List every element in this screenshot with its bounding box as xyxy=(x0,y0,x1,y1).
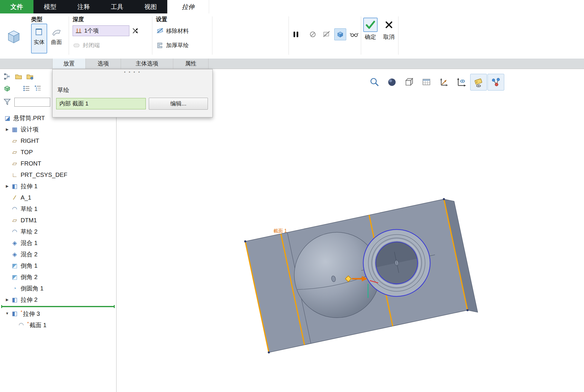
menu-tab-extrude-active[interactable]: 拉伸 xyxy=(167,0,209,13)
capped-ends-label: 封闭端 xyxy=(83,42,100,49)
solid-button[interactable]: 实体 xyxy=(31,24,47,53)
funnel-icon[interactable] xyxy=(3,98,11,106)
section-tag-label[interactable]: 截面 1 xyxy=(273,228,287,234)
folder-browser-button[interactable] xyxy=(14,72,23,81)
display-style-button[interactable] xyxy=(401,74,418,91)
tree-item-chamfer-1[interactable]: 倒角 1 xyxy=(0,260,116,271)
cancel-x-icon xyxy=(384,20,394,30)
graphics-area[interactable]: 截面 1 xyxy=(117,69,584,392)
tree-item-design-items[interactable]: 设计项 xyxy=(0,124,116,135)
menu-tab-file[interactable]: 文件 xyxy=(0,0,33,13)
saved-orientations-button[interactable] xyxy=(436,74,452,91)
depth-value-combo[interactable]: 1个项 xyxy=(73,25,129,36)
verify-button[interactable] xyxy=(348,28,360,40)
datum-display-icon xyxy=(456,77,467,88)
remove-material-button[interactable]: 移除材料 xyxy=(156,25,209,37)
ok-check-icon xyxy=(365,19,376,30)
tree-item-front-plane[interactable]: FRONT xyxy=(0,158,116,169)
cantilever-tube-model[interactable] xyxy=(244,196,478,357)
flip-direction-button[interactable] xyxy=(131,26,140,36)
tree-item-round-1[interactable]: 倒圆角 1 xyxy=(0,283,116,294)
menu-tab-annotate[interactable]: 注释 xyxy=(67,0,100,13)
zoom-fit-icon xyxy=(369,77,380,88)
edit-sketch-label: 编辑... xyxy=(170,100,186,108)
csys-icon xyxy=(11,171,19,179)
tree-item-axis-a1[interactable]: A_1 xyxy=(0,192,116,203)
chamfer-icon xyxy=(11,273,19,281)
round-icon xyxy=(11,284,19,292)
sketch-collector-value: 内部 截面 1 xyxy=(59,100,88,108)
graph-display-icon xyxy=(491,77,501,88)
tree-item-extrude-3-pending[interactable]: 拉伸 3 xyxy=(0,308,116,319)
model-tree-button[interactable] xyxy=(2,72,12,81)
subtab-properties[interactable]: 属性 xyxy=(173,59,209,69)
render-style-button[interactable] xyxy=(384,74,400,91)
folder-browser-icon xyxy=(15,73,22,80)
show-items-button[interactable] xyxy=(2,84,12,93)
tree-item-blend-1[interactable]: 混合 1 xyxy=(0,237,116,249)
insert-here-indicator[interactable] xyxy=(1,306,115,307)
tree-item-section-1-pending[interactable]: 截面 1 xyxy=(0,319,116,330)
tree-item-blend-2[interactable]: 混合 2 xyxy=(0,249,116,260)
list-expand-button[interactable] xyxy=(33,84,42,93)
expander-icon[interactable] xyxy=(4,184,11,188)
panel-grip-icon[interactable] xyxy=(53,71,212,74)
tree-item-csys[interactable]: PRT_CSYS_DEF xyxy=(0,169,116,180)
expander-icon[interactable] xyxy=(4,311,11,316)
type-group-title: 类型 xyxy=(31,15,66,24)
sketch-collector-field[interactable]: 内部 截面 1 xyxy=(56,98,146,109)
subtab-placement[interactable]: 放置 xyxy=(52,59,86,69)
model-tree-list: 悬臂筒.PRT 设计项 RIGHT TOP FRONT PRT_CSYS_DEF xyxy=(0,112,116,330)
tree-item-sketch-2[interactable]: 草绘 2 xyxy=(0,226,116,237)
list-expand-icon xyxy=(34,85,42,92)
extrude-icon xyxy=(11,182,19,190)
tree-filter-input[interactable] xyxy=(14,98,50,107)
placement-panel: 草绘 内部 截面 1 编辑... xyxy=(52,69,213,117)
subtab-body-options[interactable]: 主体选项 xyxy=(121,59,173,69)
subtab-options[interactable]: 选项 xyxy=(86,59,121,69)
tree-settings-button[interactable] xyxy=(25,72,35,81)
tree-item-sketch-1[interactable]: 草绘 1 xyxy=(0,203,116,215)
menu-tab-tools[interactable]: 工具 xyxy=(100,0,134,13)
cancel-label: 取消 xyxy=(383,33,395,41)
expander-icon[interactable] xyxy=(4,127,11,131)
remove-material-icon xyxy=(156,27,164,35)
confirm-cluster: 确定 取消 xyxy=(361,13,398,59)
part-icon xyxy=(4,114,11,122)
tree-item-extrude-1[interactable]: 拉伸 1 xyxy=(0,180,116,192)
expander-icon[interactable] xyxy=(4,298,11,302)
no-preview-button[interactable] xyxy=(307,28,319,40)
saved-orientations-icon xyxy=(439,77,449,88)
extrude-feature-button[interactable] xyxy=(0,13,27,59)
depth-group: 深度 1个项 xyxy=(69,13,152,59)
depth-value: 1个项 xyxy=(84,27,99,35)
zoom-fit-button[interactable] xyxy=(366,74,383,91)
ok-button[interactable]: 确定 xyxy=(361,18,380,59)
model-3d-view[interactable] xyxy=(117,69,584,392)
feature-preview-button[interactable] xyxy=(321,28,332,40)
tree-item-extrude-2[interactable]: 拉伸 2 xyxy=(0,294,116,305)
pause-button[interactable] xyxy=(290,28,302,40)
menu-tab-view[interactable]: 视图 xyxy=(134,0,167,13)
thicken-sketch-button[interactable]: 加厚草绘 xyxy=(156,40,209,51)
annotation-display-button[interactable] xyxy=(470,74,487,91)
show-items-icon xyxy=(3,85,11,92)
tree-item-top-plane[interactable]: TOP xyxy=(0,146,116,158)
menu-tab-model[interactable]: 模型 xyxy=(33,0,67,13)
attached-preview-button[interactable] xyxy=(334,28,346,40)
tree-item-right-plane[interactable]: RIGHT xyxy=(0,135,116,146)
datum-plane-icon xyxy=(11,137,19,145)
depth-type-icon xyxy=(75,27,82,35)
tree-item-dtm1[interactable]: DTM1 xyxy=(0,215,116,226)
datum-plane-icon xyxy=(11,160,19,167)
surface-button[interactable]: 曲面 xyxy=(48,24,65,53)
verify-glasses-icon xyxy=(350,30,358,39)
view-manager-button[interactable] xyxy=(418,74,435,91)
list-collapse-button[interactable] xyxy=(22,84,31,93)
cancel-button[interactable]: 取消 xyxy=(380,18,398,59)
blend-icon xyxy=(11,250,19,258)
datum-display-button[interactable] xyxy=(453,74,470,91)
tree-item-chamfer-2[interactable]: 倒角 2 xyxy=(0,271,116,283)
graph-display-button[interactable] xyxy=(488,74,504,91)
edit-sketch-button[interactable]: 编辑... xyxy=(149,98,208,110)
